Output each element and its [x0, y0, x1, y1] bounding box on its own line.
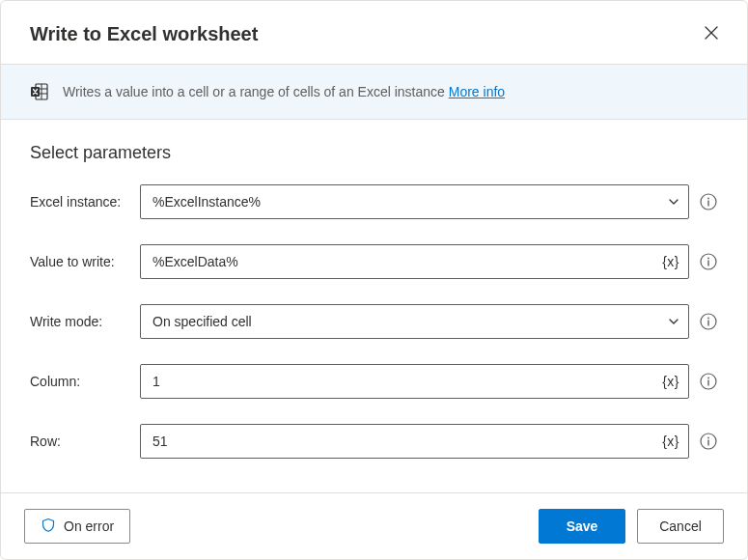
info-banner: Writes a value into a cell or a range of… — [1, 64, 747, 120]
svg-point-6 — [707, 198, 709, 200]
on-error-label: On error — [64, 518, 114, 534]
column-field-wrap: {x} — [140, 364, 689, 399]
info-description: Writes a value into a cell or a range of… — [63, 84, 445, 99]
row-field-wrap: {x} — [140, 424, 689, 459]
info-icon[interactable] — [699, 432, 718, 451]
info-icon[interactable] — [699, 192, 718, 211]
info-icon[interactable] — [699, 252, 718, 271]
section-title: Select parameters — [30, 143, 718, 163]
value-to-write-input[interactable] — [140, 244, 689, 279]
row-write-mode: Write mode: — [30, 304, 718, 339]
row-column: Column: {x} — [30, 364, 718, 399]
info-text-wrap: Writes a value into a cell or a range of… — [63, 84, 505, 99]
excel-icon — [30, 82, 49, 101]
cancel-button[interactable]: Cancel — [637, 509, 724, 544]
svg-point-15 — [707, 378, 709, 379]
label-row: Row: — [30, 434, 130, 449]
save-label: Save — [567, 518, 598, 534]
label-column: Column: — [30, 374, 130, 389]
info-icon[interactable] — [699, 312, 718, 331]
close-icon — [705, 26, 718, 42]
write-mode-dropdown[interactable] — [140, 304, 689, 339]
label-value-to-write: Value to write: — [30, 254, 130, 269]
value-to-write-field-wrap: {x} — [140, 244, 689, 279]
info-icon[interactable] — [699, 372, 718, 391]
svg-rect-13 — [707, 321, 708, 326]
dialog-body: Select parameters Excel instance: Value … — [1, 120, 747, 492]
dialog-footer: On error Save Cancel — [1, 492, 747, 559]
excel-instance-dropdown[interactable] — [140, 184, 689, 219]
svg-point-9 — [707, 258, 709, 260]
excel-instance-value[interactable] — [140, 184, 689, 219]
on-error-button[interactable]: On error — [24, 509, 130, 544]
shield-icon — [41, 518, 56, 536]
write-mode-value[interactable] — [140, 304, 689, 339]
dialog-title: Write to Excel worksheet — [30, 23, 258, 45]
svg-point-18 — [707, 437, 709, 439]
row-row: Row: {x} — [30, 424, 718, 459]
label-excel-instance: Excel instance: — [30, 194, 130, 210]
svg-rect-19 — [707, 440, 708, 446]
row-input[interactable] — [140, 424, 689, 459]
row-value-to-write: Value to write: {x} — [30, 244, 718, 279]
svg-rect-10 — [707, 261, 708, 266]
svg-point-12 — [707, 318, 709, 320]
variable-picker-icon[interactable]: {x} — [662, 254, 679, 269]
column-input[interactable] — [140, 364, 689, 399]
label-write-mode: Write mode: — [30, 314, 130, 329]
svg-rect-16 — [707, 380, 708, 386]
dialog-header: Write to Excel worksheet — [1, 1, 747, 64]
more-info-link[interactable]: More info — [449, 84, 505, 99]
cancel-label: Cancel — [659, 518, 702, 534]
variable-picker-icon[interactable]: {x} — [662, 374, 679, 389]
save-button[interactable]: Save — [539, 509, 625, 544]
variable-picker-icon[interactable]: {x} — [662, 434, 679, 449]
close-button[interactable] — [699, 20, 724, 48]
row-excel-instance: Excel instance: — [30, 184, 718, 219]
svg-rect-7 — [707, 201, 708, 207]
